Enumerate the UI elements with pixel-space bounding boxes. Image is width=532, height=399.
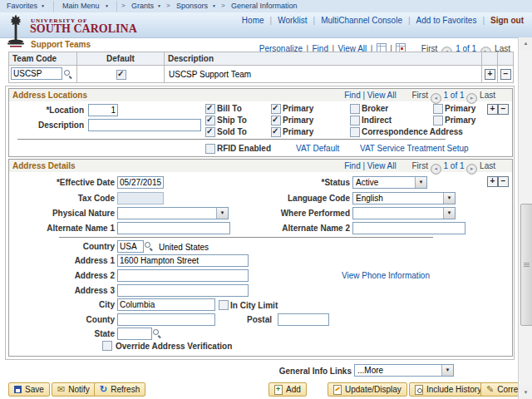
country-lookup-icon[interactable] <box>145 242 154 251</box>
location-input[interactable] <box>88 104 118 116</box>
view-all-link[interactable]: View All <box>367 91 397 100</box>
address-locations-title: Address Locations <box>12 91 87 100</box>
palmetto-tree-logo <box>2 14 29 49</box>
breadcrumb-sponsors[interactable]: Sponsors <box>176 2 208 10</box>
indirect-checkbox[interactable] <box>350 116 360 126</box>
default-checkbox[interactable] <box>116 70 126 80</box>
status-select[interactable]: Active ▼ <box>352 176 427 189</box>
find-link[interactable]: Find <box>344 91 360 100</box>
postal-input[interactable] <box>278 313 329 326</box>
next-row-icon[interactable]: ► <box>466 164 477 175</box>
country-input[interactable] <box>117 240 144 253</box>
general-info-links-label: General Info Links <box>246 367 352 376</box>
broker-checkbox[interactable] <box>350 104 360 114</box>
alternate-name1-input[interactable] <box>117 222 230 234</box>
override-address-verification-checkbox[interactable] <box>102 341 112 351</box>
home-link[interactable]: Home <box>242 16 264 25</box>
main-menu[interactable]: Main Menu <box>62 2 100 10</box>
last-label: Last <box>480 161 495 170</box>
alternate-name2-label: Alternate Name 2 <box>217 224 350 233</box>
description-input[interactable] <box>88 119 201 131</box>
save-button[interactable]: Save <box>8 382 50 397</box>
include-history-icon <box>415 385 423 395</box>
bill-to-checkbox[interactable] <box>205 104 215 114</box>
address2-input[interactable] <box>117 269 249 282</box>
description-cell: USCSP Support Team <box>165 66 482 83</box>
worklist-link[interactable]: Worklist <box>278 16 307 25</box>
vat-service-treatment-setup-link[interactable]: VAT Service Treatment Setup <box>360 144 469 153</box>
language-code-select[interactable]: English ▼ <box>352 192 456 204</box>
physical-nature-select[interactable]: ▼ <box>117 207 229 219</box>
breadcrumb-grants[interactable]: Grants <box>131 2 154 10</box>
notify-button[interactable]: ✉ Notify <box>52 382 96 397</box>
ship-primary-checkbox[interactable] <box>271 116 281 126</box>
previous-row-icon[interactable]: ◄ <box>431 93 441 104</box>
find-link[interactable]: Find <box>344 161 360 170</box>
state-input[interactable] <box>117 328 152 340</box>
previous-row-icon[interactable]: ◄ <box>431 164 441 175</box>
add-to-favorites-link[interactable]: Add to Favorites <box>416 16 477 25</box>
general-info-links-select[interactable]: ...More ▼ <box>354 364 454 377</box>
dropdown-arrow-icon[interactable]: ▼ <box>441 365 453 376</box>
next-row-icon[interactable]: ► <box>466 93 477 104</box>
address-details-nav: Find | View All First ◄ 1 of 1 ► Last <box>344 161 495 175</box>
refresh-button[interactable]: ↻ Refresh <box>94 382 145 397</box>
in-city-limit-checkbox[interactable] <box>219 300 229 310</box>
where-performed-select[interactable]: ▼ <box>352 207 456 219</box>
favorites-menu[interactable]: Favorites <box>7 2 37 10</box>
add-row-button[interactable]: + <box>485 69 495 80</box>
general-info-links-value: ...More <box>357 366 383 375</box>
logo-south-carolina: SOUTH CAROLINA <box>30 22 137 36</box>
add-button[interactable]: Add <box>268 382 307 397</box>
scrollbar-thumb[interactable] <box>520 204 532 326</box>
team-code-input[interactable] <box>11 67 62 80</box>
effective-date-input[interactable] <box>117 176 164 189</box>
view-phone-information-link[interactable]: View Phone Information <box>342 271 430 280</box>
column-header-description: Description <box>165 52 482 66</box>
tab-divider <box>116 1 117 12</box>
bill-primary-checkbox[interactable] <box>271 104 281 114</box>
view-all-link[interactable]: View All <box>367 161 397 170</box>
alternate-name2-input[interactable] <box>352 222 466 234</box>
vat-default-link[interactable]: VAT Default <box>296 144 339 153</box>
add-label: Add <box>286 385 301 394</box>
country-name: United States <box>159 243 209 252</box>
sign-out-link[interactable]: Sign out <box>490 16 524 25</box>
scroll-down-button[interactable]: ▼ <box>520 387 532 399</box>
scroll-up-button[interactable]: ▲ <box>520 37 532 50</box>
sold-primary-checkbox[interactable] <box>271 127 281 137</box>
separator: | <box>362 161 365 170</box>
state-lookup-icon[interactable] <box>153 329 162 338</box>
include-history-button[interactable]: Include History <box>409 382 487 397</box>
add-address-button[interactable]: + <box>487 176 498 187</box>
sold-to-checkbox[interactable] <box>205 127 215 137</box>
dropdown-arrow-icon[interactable]: ▼ <box>415 177 426 188</box>
correspondence-checkbox[interactable] <box>350 127 360 137</box>
support-teams-title: Support Teams <box>31 40 91 49</box>
broker-primary-checkbox[interactable] <box>433 104 443 114</box>
delete-address-button[interactable]: − <box>498 176 509 187</box>
add-location-button[interactable]: + <box>487 104 498 115</box>
divider <box>17 139 446 140</box>
delete-row-button[interactable]: − <box>500 69 511 80</box>
delete-location-button[interactable]: − <box>498 104 509 115</box>
team-code-lookup-icon[interactable] <box>64 70 73 79</box>
first-label: First <box>411 161 427 170</box>
multichannel-console-link[interactable]: MultiChannel Console <box>321 16 402 25</box>
address1-input[interactable] <box>117 254 249 267</box>
status-value: Active <box>356 178 378 187</box>
first-label: First <box>411 91 427 100</box>
rfid-enabled-checkbox[interactable] <box>205 144 215 154</box>
city-input[interactable] <box>117 298 215 311</box>
update-display-button[interactable]: Update/Display <box>328 382 407 397</box>
state-label: State <box>9 329 115 338</box>
alternate-name1-label: Alternate Name 1 <box>9 224 115 233</box>
ship-to-checkbox[interactable] <box>205 116 215 126</box>
indirect-primary-checkbox[interactable] <box>433 116 443 126</box>
dropdown-arrow-icon[interactable]: ▼ <box>443 193 455 204</box>
in-city-limit-label: In City Limit <box>230 301 278 310</box>
dropdown-arrow-icon[interactable]: ▼ <box>443 208 455 219</box>
address3-input[interactable] <box>117 284 249 297</box>
vertical-scrollbar[interactable]: ▲ ▼ <box>518 37 532 399</box>
separator: | <box>313 16 316 25</box>
